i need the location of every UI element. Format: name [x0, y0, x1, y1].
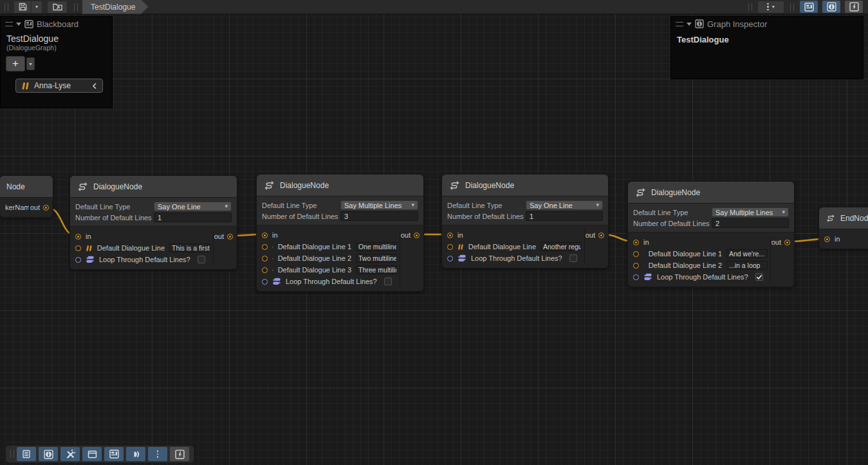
enum-dropdown[interactable]: Say Multiple Lines▾	[340, 200, 418, 210]
port-text-field[interactable]: Two multiline	[356, 254, 397, 263]
port-label: Default Dialogue Line 1	[649, 250, 722, 258]
port-label: kerName	[5, 204, 29, 211]
graph-node-dialoguenode[interactable]: DialogueNodeDefault Line TypeSay Multipl…	[256, 174, 424, 292]
inspector-toggle-button[interactable]	[822, 1, 840, 13]
property-text-field[interactable]: 3	[340, 211, 418, 221]
graph-node-dialoguenode[interactable]: DialogueNodeDefault Line TypeSay One Lin…	[441, 174, 609, 269]
port-label: out	[214, 232, 224, 240]
chevron-left-icon[interactable]	[92, 82, 97, 90]
property-text-field[interactable]: 1	[154, 213, 232, 222]
port-text-field[interactable]: This is a first	[169, 243, 210, 252]
collapse-triangle-icon[interactable]	[16, 23, 21, 28]
graph-node-node[interactable]: NodekerNameout	[0, 175, 53, 218]
input-port[interactable]	[633, 240, 639, 245]
node-title: EndNode	[840, 214, 868, 223]
input-port[interactable]	[75, 245, 81, 251]
port-text-field[interactable]: One multiline	[356, 242, 397, 251]
inspector-header[interactable]: Graph Inspector	[671, 17, 863, 31]
input-port[interactable]	[824, 236, 830, 242]
property-text-field[interactable]: 1	[526, 211, 603, 221]
input-port[interactable]	[262, 256, 268, 261]
property-text-field[interactable]: 2	[712, 218, 789, 228]
toolbar-drag-handle[interactable]	[10, 450, 14, 458]
add-variable-dropdown[interactable]: ▾	[26, 57, 35, 70]
node-title-bar[interactable]: DialogueNode	[257, 175, 423, 196]
output-port[interactable]	[784, 240, 790, 245]
node-title-bar[interactable]: EndNode	[819, 207, 868, 229]
port-text-field[interactable]: And we're...	[726, 249, 768, 258]
enum-dropdown[interactable]: Say One Line▾	[526, 200, 603, 210]
checkbox[interactable]	[569, 254, 577, 262]
port-label: Loop Through Default Lines?	[286, 278, 377, 285]
panel-button-minimap[interactable]	[170, 447, 189, 461]
port-label: in	[643, 238, 649, 246]
port-label: out	[586, 231, 595, 239]
property-label: Default Line Type	[75, 203, 154, 211]
drag-handle-icon[interactable]	[5, 22, 13, 26]
overflow-menu-button[interactable]: ▾	[758, 1, 784, 13]
input-port[interactable]	[75, 234, 81, 240]
panel-button-tools[interactable]	[60, 447, 80, 461]
node-title: DialogueNode	[651, 188, 700, 197]
node-title-bar[interactable]: DialogueNode	[628, 182, 794, 204]
collapse-triangle-icon[interactable]	[687, 23, 692, 28]
blackboard-toggle-button[interactable]	[800, 1, 818, 13]
input-port[interactable]	[262, 279, 268, 285]
port-text-field[interactable]: Three multiline	[356, 265, 397, 274]
input-port[interactable]	[633, 251, 639, 257]
property-label: Number of Default Lines	[262, 213, 340, 220]
output-port[interactable]	[414, 232, 420, 238]
input-port[interactable]	[447, 232, 453, 238]
input-port[interactable]	[262, 244, 268, 250]
panel-button-blackboard[interactable]	[104, 447, 124, 461]
graph-node-dialoguenode[interactable]: DialogueNodeDefault Line TypeSay Multipl…	[627, 181, 795, 287]
port-text-field[interactable]: Another regu	[540, 242, 582, 251]
port-row: kerName	[0, 202, 29, 213]
enum-dropdown[interactable]: Say One Line▾	[154, 202, 232, 211]
node-title-bar[interactable]: DialogueNode	[70, 176, 237, 198]
graph-node-dialoguenode[interactable]: DialogueNodeDefault Line TypeSay One Lin…	[69, 175, 237, 270]
property-label: Number of Default Lines	[633, 220, 712, 227]
open-asset-button[interactable]	[48, 1, 67, 13]
add-variable-button[interactable]: +	[6, 56, 25, 71]
checkbox[interactable]	[384, 278, 392, 285]
panel-button-overflow[interactable]	[148, 447, 167, 461]
panel-button-window[interactable]	[82, 447, 102, 461]
blackboard-variable-anna-lyse[interactable]: Anna-Lyse	[15, 79, 103, 93]
port-label: Default Dialogue Line 2	[649, 261, 722, 269]
input-port[interactable]	[262, 267, 268, 273]
output-port[interactable]	[43, 205, 49, 211]
port-text-field[interactable]: ...in a loop	[726, 261, 768, 270]
node-title-bar[interactable]: DialogueNode	[442, 175, 608, 196]
property-label: Default Line Type	[447, 202, 526, 209]
checkbox[interactable]	[198, 256, 205, 263]
chevron-down-icon: ▾	[772, 4, 775, 10]
quote-icon	[21, 82, 30, 90]
minimap-toggle-button[interactable]	[845, 1, 863, 13]
blackboard-header[interactable]: Blackboard	[1, 17, 112, 31]
panel-button-list[interactable]	[17, 447, 36, 461]
tab-testdialogue[interactable]: TestDialogue	[82, 0, 148, 14]
panel-button-dialogue-preview[interactable]	[126, 447, 145, 461]
input-port[interactable]	[447, 256, 453, 261]
node-title-bar[interactable]: Node	[0, 176, 53, 198]
panel-button-info[interactable]	[39, 447, 58, 461]
output-port[interactable]	[598, 232, 604, 238]
toolbar-drag-handle[interactable]	[5, 3, 8, 11]
checkbox[interactable]	[755, 273, 763, 281]
info-icon	[827, 2, 836, 12]
node-title: Node	[6, 182, 25, 191]
input-port[interactable]	[633, 263, 639, 269]
graph-node-endnode[interactable]: EndNodein	[818, 207, 868, 249]
output-port[interactable]	[227, 234, 233, 240]
toolbar-drag-handle[interactable]	[748, 3, 752, 11]
save-dropdown-button[interactable]: ▾	[32, 1, 42, 13]
input-port[interactable]	[75, 257, 81, 263]
input-port[interactable]	[262, 232, 268, 238]
input-port[interactable]	[447, 244, 453, 250]
enum-dropdown[interactable]: Say Multiple Lines▾	[712, 207, 789, 217]
save-button[interactable]	[14, 1, 31, 13]
input-port[interactable]	[633, 274, 639, 280]
drag-handle-icon[interactable]	[676, 22, 683, 26]
document-list-icon	[22, 450, 31, 459]
